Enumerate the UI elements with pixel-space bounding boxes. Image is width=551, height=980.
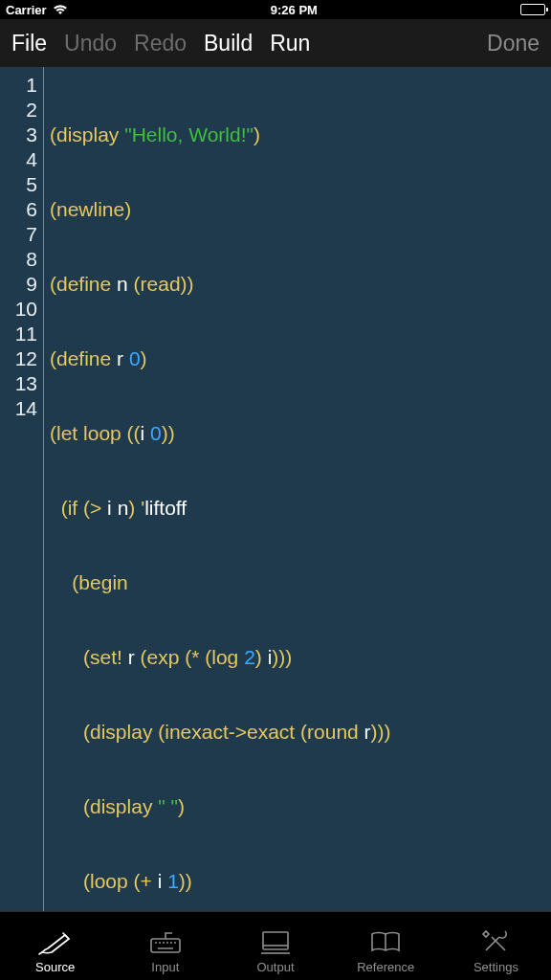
- clock: 9:26 PM: [271, 3, 318, 17]
- line-number: 14: [0, 396, 37, 421]
- editor-toolbar: File Undo Redo Build Run Done: [0, 19, 551, 67]
- code-line: (set! r (exp (* (log 2) i))): [50, 645, 547, 670]
- code-line: (begin: [50, 570, 547, 595]
- done-button[interactable]: Done: [487, 31, 540, 56]
- tab-label: Source: [35, 960, 75, 974]
- line-number: 6: [0, 197, 37, 222]
- undo-button[interactable]: Undo: [64, 31, 117, 56]
- tools-icon: [476, 927, 515, 956]
- tab-output[interactable]: Output: [220, 912, 330, 980]
- book-icon: [366, 927, 405, 956]
- carrier-label: Carrier: [6, 3, 47, 17]
- line-number: 11: [0, 322, 37, 346]
- code-line: (newline): [50, 197, 547, 222]
- line-number: 12: [0, 346, 37, 371]
- pen-icon: [36, 927, 75, 956]
- tab-reference[interactable]: Reference: [331, 912, 441, 980]
- line-number: 1: [0, 73, 37, 98]
- code-editor[interactable]: 1 2 3 4 5 6 7 8 9 10 11 12 13 14 (displa…: [0, 67, 551, 911]
- line-number: 4: [0, 147, 37, 172]
- line-number-gutter: 1 2 3 4 5 6 7 8 9 10 11 12 13 14: [0, 67, 44, 911]
- tab-label: Input: [151, 960, 179, 974]
- build-button[interactable]: Build: [204, 31, 253, 56]
- tab-input[interactable]: Input: [110, 912, 220, 980]
- line-number: 9: [0, 272, 37, 297]
- tab-settings[interactable]: Settings: [441, 912, 551, 980]
- line-number: 8: [0, 247, 37, 272]
- line-number: 2: [0, 98, 37, 122]
- line-number: 10: [0, 297, 37, 322]
- code-line: (define n (read)): [50, 272, 547, 297]
- line-number: 5: [0, 172, 37, 197]
- battery-icon: [520, 4, 545, 15]
- code-line: (if (> i n) 'liftoff: [50, 496, 547, 521]
- code-line: (define r 0): [50, 346, 547, 371]
- tab-label: Output: [256, 960, 294, 974]
- status-bar: Carrier 9:26 PM: [0, 0, 551, 19]
- redo-button[interactable]: Redo: [134, 31, 187, 56]
- file-button[interactable]: File: [11, 31, 47, 56]
- code-area[interactable]: (display "Hello, World!") (newline) (def…: [44, 67, 551, 911]
- line-number: 13: [0, 371, 37, 396]
- svg-rect-1: [263, 932, 288, 949]
- code-line: (display "Hello, World!"): [50, 122, 547, 147]
- bottom-tabbar: Source Input Output Refere: [0, 911, 551, 980]
- code-line: (loop (+ i 1)): [50, 869, 547, 894]
- run-button[interactable]: Run: [270, 31, 310, 56]
- svg-rect-0: [151, 939, 180, 952]
- line-number: 3: [0, 122, 37, 147]
- wifi-icon: [53, 4, 68, 15]
- tab-label: Settings: [474, 960, 518, 974]
- code-line: (let loop ((i 0)): [50, 421, 547, 446]
- code-line: (display (inexact->exact (round r))): [50, 720, 547, 745]
- tab-label: Reference: [357, 960, 414, 974]
- tab-source[interactable]: Source: [0, 912, 110, 980]
- keyboard-icon: [146, 927, 185, 956]
- monitor-icon: [256, 927, 295, 956]
- line-number: 7: [0, 222, 37, 247]
- code-line: (display " "): [50, 794, 547, 819]
